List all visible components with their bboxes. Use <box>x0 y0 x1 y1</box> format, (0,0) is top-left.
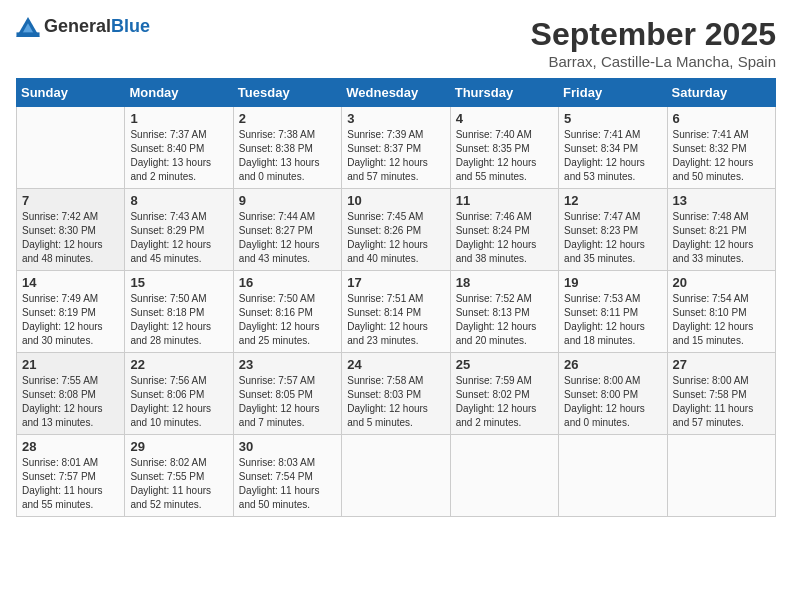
day-cell: 22Sunrise: 7:56 AMSunset: 8:06 PMDayligh… <box>125 353 233 435</box>
day-number: 14 <box>22 275 119 290</box>
svg-rect-2 <box>16 32 39 37</box>
day-cell: 20Sunrise: 7:54 AMSunset: 8:10 PMDayligh… <box>667 271 775 353</box>
day-cell <box>17 107 125 189</box>
day-info: Sunrise: 7:55 AMSunset: 8:08 PMDaylight:… <box>22 374 119 430</box>
day-number: 22 <box>130 357 227 372</box>
day-number: 16 <box>239 275 336 290</box>
day-cell: 12Sunrise: 7:47 AMSunset: 8:23 PMDayligh… <box>559 189 667 271</box>
day-number: 27 <box>673 357 770 372</box>
day-info: Sunrise: 7:50 AMSunset: 8:18 PMDaylight:… <box>130 292 227 348</box>
day-number: 8 <box>130 193 227 208</box>
day-number: 25 <box>456 357 553 372</box>
header-row: Sunday Monday Tuesday Wednesday Thursday… <box>17 79 776 107</box>
day-cell: 16Sunrise: 7:50 AMSunset: 8:16 PMDayligh… <box>233 271 341 353</box>
week-row-2: 14Sunrise: 7:49 AMSunset: 8:19 PMDayligh… <box>17 271 776 353</box>
day-number: 3 <box>347 111 444 126</box>
day-cell: 5Sunrise: 7:41 AMSunset: 8:34 PMDaylight… <box>559 107 667 189</box>
day-info: Sunrise: 7:52 AMSunset: 8:13 PMDaylight:… <box>456 292 553 348</box>
day-cell: 3Sunrise: 7:39 AMSunset: 8:37 PMDaylight… <box>342 107 450 189</box>
day-info: Sunrise: 7:41 AMSunset: 8:32 PMDaylight:… <box>673 128 770 184</box>
day-info: Sunrise: 8:03 AMSunset: 7:54 PMDaylight:… <box>239 456 336 512</box>
header-wednesday: Wednesday <box>342 79 450 107</box>
calendar-table: Sunday Monday Tuesday Wednesday Thursday… <box>16 78 776 517</box>
day-cell: 18Sunrise: 7:52 AMSunset: 8:13 PMDayligh… <box>450 271 558 353</box>
day-number: 1 <box>130 111 227 126</box>
day-info: Sunrise: 7:46 AMSunset: 8:24 PMDaylight:… <box>456 210 553 266</box>
day-info: Sunrise: 7:40 AMSunset: 8:35 PMDaylight:… <box>456 128 553 184</box>
day-number: 20 <box>673 275 770 290</box>
day-number: 24 <box>347 357 444 372</box>
day-number: 13 <box>673 193 770 208</box>
header-friday: Friday <box>559 79 667 107</box>
day-number: 19 <box>564 275 661 290</box>
day-number: 4 <box>456 111 553 126</box>
day-cell: 10Sunrise: 7:45 AMSunset: 8:26 PMDayligh… <box>342 189 450 271</box>
day-number: 7 <box>22 193 119 208</box>
day-info: Sunrise: 8:00 AMSunset: 7:58 PMDaylight:… <box>673 374 770 430</box>
day-info: Sunrise: 8:01 AMSunset: 7:57 PMDaylight:… <box>22 456 119 512</box>
week-row-4: 28Sunrise: 8:01 AMSunset: 7:57 PMDayligh… <box>17 435 776 517</box>
day-info: Sunrise: 7:42 AMSunset: 8:30 PMDaylight:… <box>22 210 119 266</box>
day-info: Sunrise: 7:37 AMSunset: 8:40 PMDaylight:… <box>130 128 227 184</box>
week-row-0: 1Sunrise: 7:37 AMSunset: 8:40 PMDaylight… <box>17 107 776 189</box>
day-cell: 21Sunrise: 7:55 AMSunset: 8:08 PMDayligh… <box>17 353 125 435</box>
day-info: Sunrise: 7:50 AMSunset: 8:16 PMDaylight:… <box>239 292 336 348</box>
day-info: Sunrise: 7:58 AMSunset: 8:03 PMDaylight:… <box>347 374 444 430</box>
day-cell: 7Sunrise: 7:42 AMSunset: 8:30 PMDaylight… <box>17 189 125 271</box>
day-cell: 14Sunrise: 7:49 AMSunset: 8:19 PMDayligh… <box>17 271 125 353</box>
day-cell: 13Sunrise: 7:48 AMSunset: 8:21 PMDayligh… <box>667 189 775 271</box>
week-row-3: 21Sunrise: 7:55 AMSunset: 8:08 PMDayligh… <box>17 353 776 435</box>
header-tuesday: Tuesday <box>233 79 341 107</box>
day-info: Sunrise: 7:57 AMSunset: 8:05 PMDaylight:… <box>239 374 336 430</box>
day-info: Sunrise: 8:00 AMSunset: 8:00 PMDaylight:… <box>564 374 661 430</box>
day-number: 2 <box>239 111 336 126</box>
day-info: Sunrise: 7:44 AMSunset: 8:27 PMDaylight:… <box>239 210 336 266</box>
day-number: 10 <box>347 193 444 208</box>
day-cell: 15Sunrise: 7:50 AMSunset: 8:18 PMDayligh… <box>125 271 233 353</box>
day-cell: 28Sunrise: 8:01 AMSunset: 7:57 PMDayligh… <box>17 435 125 517</box>
day-cell <box>342 435 450 517</box>
header-monday: Monday <box>125 79 233 107</box>
day-number: 23 <box>239 357 336 372</box>
day-info: Sunrise: 7:53 AMSunset: 8:11 PMDaylight:… <box>564 292 661 348</box>
day-info: Sunrise: 7:47 AMSunset: 8:23 PMDaylight:… <box>564 210 661 266</box>
day-info: Sunrise: 7:39 AMSunset: 8:37 PMDaylight:… <box>347 128 444 184</box>
day-cell: 9Sunrise: 7:44 AMSunset: 8:27 PMDaylight… <box>233 189 341 271</box>
week-row-1: 7Sunrise: 7:42 AMSunset: 8:30 PMDaylight… <box>17 189 776 271</box>
logo-text-blue: Blue <box>111 16 150 36</box>
day-cell: 4Sunrise: 7:40 AMSunset: 8:35 PMDaylight… <box>450 107 558 189</box>
header-thursday: Thursday <box>450 79 558 107</box>
day-info: Sunrise: 7:45 AMSunset: 8:26 PMDaylight:… <box>347 210 444 266</box>
day-cell <box>559 435 667 517</box>
day-number: 18 <box>456 275 553 290</box>
day-cell: 29Sunrise: 8:02 AMSunset: 7:55 PMDayligh… <box>125 435 233 517</box>
logo-text-general: General <box>44 16 111 36</box>
day-number: 5 <box>564 111 661 126</box>
day-cell: 27Sunrise: 8:00 AMSunset: 7:58 PMDayligh… <box>667 353 775 435</box>
day-cell: 8Sunrise: 7:43 AMSunset: 8:29 PMDaylight… <box>125 189 233 271</box>
month-title: September 2025 <box>531 16 776 53</box>
day-cell: 23Sunrise: 7:57 AMSunset: 8:05 PMDayligh… <box>233 353 341 435</box>
day-number: 17 <box>347 275 444 290</box>
day-cell: 2Sunrise: 7:38 AMSunset: 8:38 PMDaylight… <box>233 107 341 189</box>
day-info: Sunrise: 7:56 AMSunset: 8:06 PMDaylight:… <box>130 374 227 430</box>
day-info: Sunrise: 7:43 AMSunset: 8:29 PMDaylight:… <box>130 210 227 266</box>
title-block: September 2025 Barrax, Castille-La Manch… <box>531 16 776 70</box>
day-info: Sunrise: 7:51 AMSunset: 8:14 PMDaylight:… <box>347 292 444 348</box>
day-number: 9 <box>239 193 336 208</box>
day-info: Sunrise: 7:49 AMSunset: 8:19 PMDaylight:… <box>22 292 119 348</box>
page-header: GeneralBlue September 2025 Barrax, Casti… <box>16 16 776 70</box>
day-cell: 11Sunrise: 7:46 AMSunset: 8:24 PMDayligh… <box>450 189 558 271</box>
day-cell: 17Sunrise: 7:51 AMSunset: 8:14 PMDayligh… <box>342 271 450 353</box>
day-cell: 25Sunrise: 7:59 AMSunset: 8:02 PMDayligh… <box>450 353 558 435</box>
day-number: 15 <box>130 275 227 290</box>
day-cell: 30Sunrise: 8:03 AMSunset: 7:54 PMDayligh… <box>233 435 341 517</box>
day-info: Sunrise: 7:48 AMSunset: 8:21 PMDaylight:… <box>673 210 770 266</box>
day-number: 12 <box>564 193 661 208</box>
day-info: Sunrise: 7:59 AMSunset: 8:02 PMDaylight:… <box>456 374 553 430</box>
day-info: Sunrise: 7:54 AMSunset: 8:10 PMDaylight:… <box>673 292 770 348</box>
day-number: 30 <box>239 439 336 454</box>
header-sunday: Sunday <box>17 79 125 107</box>
header-saturday: Saturday <box>667 79 775 107</box>
day-cell: 1Sunrise: 7:37 AMSunset: 8:40 PMDaylight… <box>125 107 233 189</box>
